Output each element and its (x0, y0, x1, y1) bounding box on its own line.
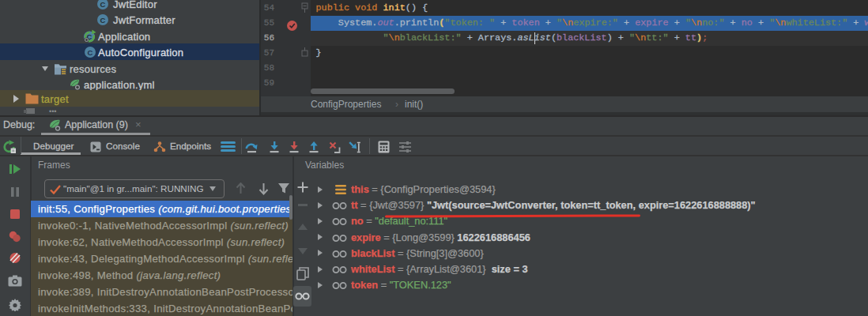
svg-text:C: C (88, 47, 93, 56)
svg-text:C: C (100, 15, 106, 24)
svg-text:C: C (100, 0, 106, 8)
